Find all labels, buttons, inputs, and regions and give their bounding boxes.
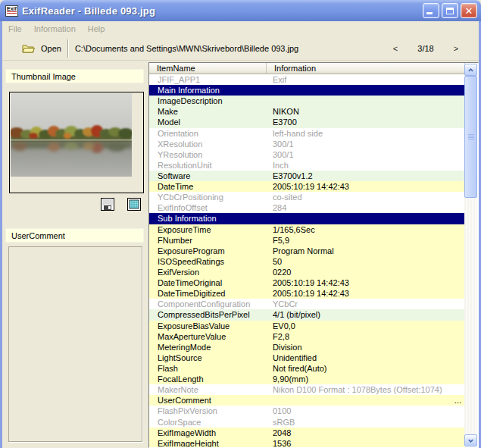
thumbnail-grid-icon [127, 198, 141, 211]
table-row[interactable]: MakerNoteNikon D100 Format : 1078Bytes (… [149, 384, 465, 395]
table-row[interactable]: XResolution300/1 [149, 139, 465, 149]
table-row[interactable]: FlashNot fired(Auto) [149, 363, 465, 374]
table-row[interactable]: MakeNIKON [149, 106, 465, 117]
table-row[interactable]: ExposureProgramProgram Normal [149, 246, 465, 256]
menu-information[interactable]: Information [28, 23, 82, 35]
toolbar-separator [67, 39, 69, 58]
thumbnail-grid-button[interactable] [126, 197, 142, 211]
open-button[interactable]: Open [17, 41, 66, 56]
open-button-label: Open [41, 44, 61, 53]
table-row[interactable]: MeteringModeDivision [149, 342, 465, 352]
table-row[interactable]: FlashPixVersion0100 [149, 406, 465, 416]
table-row[interactable]: JFIF_APP1Exif [149, 74, 465, 85]
menu-help[interactable]: Help [82, 23, 111, 35]
maximize-icon [446, 8, 454, 14]
table-row[interactable]: ModelE3700 [149, 117, 465, 127]
save-floppy-icon [101, 198, 114, 211]
column-header-information[interactable]: Information [267, 63, 465, 74]
table-row[interactable]: ExifInfoOffset284 [149, 202, 465, 213]
table-row[interactable]: DateTimeOriginal2005:10:19 14:42:43 [149, 277, 465, 288]
image-position: 3/18 [404, 44, 447, 53]
table-row[interactable]: DateTime2005:10:19 14:42:43 [149, 181, 465, 192]
table-row[interactable]: MaxApertureValueF2,8 [149, 331, 465, 342]
table-row[interactable]: ExposureTime1/165,6Sec [149, 224, 465, 235]
table-row[interactable]: ImageDescription [149, 96, 465, 106]
table-row[interactable]: ResolutionUnitInch [149, 160, 465, 171]
table-section-row[interactable]: Sub Information [149, 213, 465, 224]
column-header-itemname[interactable]: ItemName [149, 63, 267, 74]
table-row[interactable]: ISOSpeedRatings50 [149, 256, 465, 267]
table-row[interactable]: FNumberF5,9 [149, 235, 465, 246]
usercomment-box[interactable] [8, 246, 142, 442]
table-row[interactable]: FocalLength9,90(mm) [149, 374, 465, 384]
next-image-button[interactable]: > [447, 44, 465, 53]
window-title: ExifReader - Billede 093.jpg [22, 5, 155, 17]
table-row[interactable]: SoftwareE3700v1.2 [149, 171, 465, 181]
menu-file[interactable]: File [2, 23, 28, 35]
file-path: C:\Documents and Settings\MWN\Skrivebord… [75, 44, 298, 53]
chevron-down-icon [468, 438, 473, 443]
table-row[interactable]: Orientationleft-hand side [149, 128, 465, 139]
table-section-row[interactable]: Main Information [149, 85, 465, 96]
toolbar: Open C:\Documents and Settings\MWN\Skriv… [2, 36, 479, 61]
exif-rows: JFIF_APP1ExifMain InformationImageDescri… [149, 74, 465, 448]
left-panel: Thumbnail Image [2, 61, 148, 448]
table-row[interactable]: ExposureBiasValueEV0,0 [149, 321, 465, 331]
scrollbar-thumb[interactable] [464, 76, 477, 198]
close-icon: ✕ [461, 5, 476, 17]
maximize-button[interactable] [442, 3, 458, 18]
table-row[interactable]: ExifImageHeight1536 [149, 438, 465, 448]
table-row[interactable]: DateTimeDigitized2005:10:19 14:42:43 [149, 288, 465, 299]
menubar: File Information Help [2, 21, 479, 36]
prev-image-button[interactable]: < [386, 44, 404, 53]
image-navigator: < 3/18 > [386, 44, 465, 53]
app-icon: Exif [5, 5, 18, 17]
table-row[interactable]: ExifVersion0220 [149, 267, 465, 277]
chevron-up-icon [468, 67, 473, 73]
exif-table: ItemName Information JFIF_APP1ExifMain I… [148, 62, 479, 448]
scrollbar-grip [468, 134, 474, 140]
titlebar: Exif ExifReader - Billede 093.jpg ✕ [0, 0, 481, 21]
scroll-down-button[interactable] [464, 434, 477, 446]
thumbnail-image [11, 93, 132, 177]
save-thumbnail-button[interactable] [100, 197, 115, 211]
table-row[interactable]: UserComment... [149, 395, 465, 406]
usercomment-section-label: UserComment [5, 228, 144, 243]
minimize-icon [426, 12, 433, 14]
open-folder-icon [22, 43, 35, 54]
table-row[interactable]: ComponentConfigurationYCbCr [149, 299, 465, 309]
table-row[interactable]: ExifImageWidth2048 [149, 428, 465, 438]
scroll-up-button[interactable] [464, 64, 477, 76]
thumbnail-frame [9, 92, 144, 193]
window-border-left [0, 21, 2, 448]
table-row[interactable]: YResolution300/1 [149, 149, 465, 160]
table-row[interactable]: YCbCrPositioningco-sited [149, 192, 465, 202]
thumbnail-section-label: Thumbnail Image [5, 69, 144, 83]
table-row[interactable]: ColorSpacesRGB [149, 417, 465, 428]
vertical-scrollbar[interactable] [464, 64, 477, 446]
minimize-button[interactable] [423, 3, 439, 18]
close-button[interactable]: ✕ [461, 3, 477, 18]
table-row[interactable]: CompressedBitsPerPixel4/1 (bit/pixel) [149, 309, 465, 320]
table-row[interactable]: LightSourceUnidentified [149, 352, 465, 363]
exif-table-header: ItemName Information [149, 63, 465, 74]
